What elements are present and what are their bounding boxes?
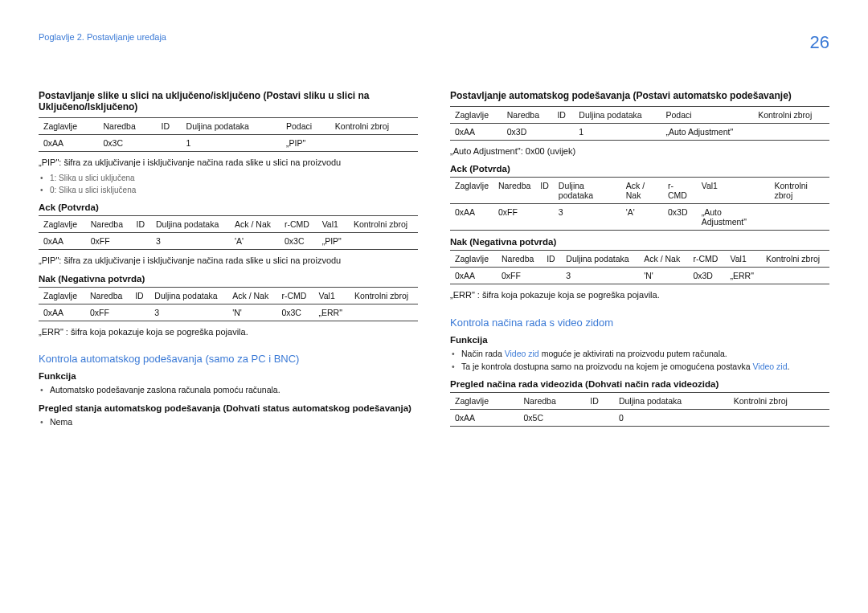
- td: 'N': [227, 304, 276, 321]
- list-item: Nema: [39, 416, 418, 429]
- td: 0x3C: [276, 304, 313, 321]
- th: Ack / Nak: [639, 251, 688, 268]
- note: „PIP": šifra za uključivanje i isključiv…: [39, 255, 418, 267]
- th: Duljina podataka: [554, 178, 621, 204]
- td: [349, 233, 418, 250]
- content-columns: Postavljanje slike u slici na uključeno/…: [39, 85, 829, 431]
- bullet-list: Nema: [39, 416, 418, 429]
- td: 0x3C: [280, 233, 317, 250]
- td: 0xAA: [450, 124, 502, 141]
- th: Duljina podataka: [574, 107, 661, 124]
- td: [552, 124, 574, 141]
- td: [350, 304, 418, 321]
- th: Naredba: [519, 393, 586, 410]
- td: 0x3C: [99, 135, 157, 152]
- td: „ERR": [314, 304, 350, 321]
- th: Zaglavlje: [39, 118, 99, 135]
- td: 0xAA: [450, 204, 493, 231]
- th: Val1: [697, 178, 770, 204]
- note: „Auto Adjustment": 0x00 (uvijek): [450, 145, 829, 157]
- td: [769, 204, 829, 231]
- th: ID: [157, 118, 182, 135]
- nak-table: Zaglavlje Naredba ID Duljina podataka Ac…: [39, 287, 418, 321]
- th: Kontrolni zbroj: [729, 393, 829, 410]
- td: 0x3D: [663, 204, 697, 231]
- list-item: 0: Slika u slici isključena: [39, 184, 418, 196]
- th: ID: [535, 178, 554, 204]
- td: 0xAA: [450, 268, 497, 284]
- th: Podaci: [661, 107, 753, 124]
- th: Duljina podataka: [614, 393, 729, 410]
- list-item: Način rada Video zid moguće je aktivirat…: [450, 348, 829, 361]
- th: Naredba: [85, 287, 130, 304]
- inline-link: Video zid: [752, 362, 787, 371]
- th: r-CMD: [276, 287, 313, 304]
- td: 'A': [230, 233, 280, 250]
- th: r-CMD: [688, 251, 725, 268]
- chapter-label: Poglavlje 2. Postavljanje uređaja: [39, 32, 166, 42]
- right-column: Postavljanje automatskog podešavanja (Po…: [450, 85, 829, 431]
- th: Duljina podataka: [182, 118, 281, 135]
- subheading-nak: Nak (Negativna potvrda): [450, 237, 829, 247]
- td: [542, 268, 561, 284]
- section-heading: Postavljanje slike u slici na uključeno/…: [39, 90, 418, 112]
- td: [753, 124, 829, 141]
- th: Zaglavlje: [39, 287, 85, 304]
- th: r-CMD: [280, 216, 317, 233]
- note: „PIP": šifra za uključivanje i isključiv…: [39, 157, 418, 169]
- text: .: [788, 362, 790, 371]
- td: 0x3D: [502, 124, 553, 141]
- th: Kontrolni zbroj: [349, 216, 418, 233]
- td: „Auto Adjustment": [697, 204, 770, 231]
- td: „PIP": [281, 135, 330, 152]
- list-item: Ta je kontrola dostupna samo na proizvod…: [450, 361, 829, 374]
- th: Val1: [317, 216, 349, 233]
- section-title: Kontrola automatskog podešavanja (samo z…: [39, 353, 418, 365]
- td: 'A': [621, 204, 663, 231]
- th: Podaci: [281, 118, 330, 135]
- td: 0xFF: [85, 304, 130, 321]
- th: ID: [585, 393, 614, 410]
- subheading-ack: Ack (Potvrda): [450, 164, 829, 174]
- subheading-funkcija: Funkcija: [450, 335, 829, 345]
- th: Naredba: [493, 178, 535, 204]
- th: Naredba: [99, 118, 157, 135]
- th: Kontrolni zbroj: [761, 251, 829, 268]
- section-title: Kontrola načina rada s video zidom: [450, 317, 829, 329]
- td: [761, 268, 829, 284]
- td: [130, 304, 149, 321]
- left-column: Postavljanje slike u slici na uključeno/…: [39, 85, 418, 431]
- subheading: Pregled stanja automatskog podešavanja (…: [39, 403, 418, 413]
- th: Kontrolni zbroj: [769, 178, 829, 204]
- subheading: Pregled načina rada videozida (Dohvati n…: [450, 379, 829, 389]
- th: ID: [542, 251, 561, 268]
- td: [535, 204, 554, 231]
- td: „PIP": [317, 233, 349, 250]
- th: Zaglavlje: [450, 251, 497, 268]
- th: Zaglavlje: [39, 216, 86, 233]
- td: 0xAA: [450, 410, 519, 427]
- subheading-ack: Ack (Potvrda): [39, 202, 418, 212]
- td: 0xFF: [497, 268, 542, 284]
- td: [132, 233, 151, 250]
- td: 0x5C: [519, 410, 586, 427]
- ack-table: Zaglavlje Naredba ID Duljina podataka Ac…: [450, 177, 829, 231]
- command-table: Zaglavlje Naredba ID Duljina podataka Ko…: [450, 392, 829, 427]
- td: 'N': [639, 268, 688, 284]
- th: Zaglavlje: [450, 107, 502, 124]
- command-table: Zaglavlje Naredba ID Duljina podataka Po…: [39, 117, 418, 152]
- td: 3: [151, 233, 230, 250]
- th: ID: [552, 107, 574, 124]
- ack-table: Zaglavlje Naredba ID Duljina podataka Ac…: [39, 215, 418, 250]
- td: 1: [574, 124, 661, 141]
- td: 3: [554, 204, 621, 231]
- th: Zaglavlje: [450, 178, 493, 204]
- text: moguće je aktivirati na proizvodu putem …: [539, 349, 727, 358]
- section-heading: Postavljanje automatskog podešavanja (Po…: [450, 90, 829, 101]
- th: Duljina podataka: [151, 216, 230, 233]
- th: Ack / Nak: [230, 216, 280, 233]
- nak-table: Zaglavlje Naredba ID Duljina podataka Ac…: [450, 250, 829, 284]
- td: 3: [561, 268, 639, 284]
- th: Val1: [726, 251, 761, 268]
- th: Naredba: [497, 251, 542, 268]
